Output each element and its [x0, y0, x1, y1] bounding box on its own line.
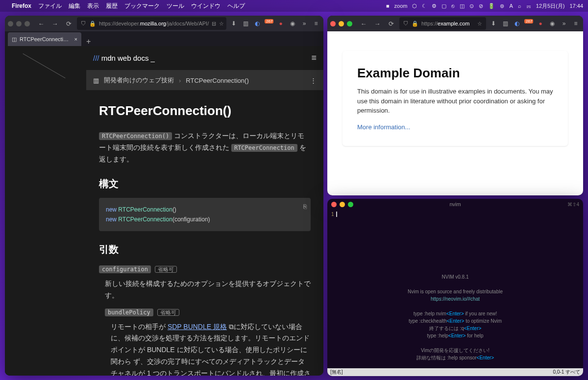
url-bar[interactable]: ⛉ 🔒 https://developer.mozilla.org/ja/doc… [77, 17, 226, 30]
back-button[interactable]: ← [36, 18, 47, 29]
window-controls[interactable] [8, 21, 30, 26]
chevron-icon[interactable]: » [300, 20, 309, 27]
tray-icon[interactable]: ☾ [422, 3, 427, 9]
status-position: 0,0-1 すべて [553, 369, 580, 376]
mdn-header: /// mdn web docs _ ≡ [86, 46, 323, 71]
breadcrumb-item[interactable]: RTCPeerConnection() [186, 77, 248, 84]
terminal-title: nvim [449, 201, 461, 207]
bookmark-icon[interactable]: ☆ [477, 21, 482, 27]
terminal-window: nvim ⌘⇧4 1 NVIM v0.8.1 Nvim is open sour… [327, 199, 583, 376]
param-name: configuration 省略可 [99, 263, 311, 275]
lock-icon: 🔒 [89, 21, 96, 27]
menu-icon[interactable]: ≡ [312, 20, 320, 27]
url-prefix: https:// [421, 21, 438, 26]
url-suffix: /ja/docs/Web/API/ [166, 21, 209, 26]
back-button[interactable]: ← [358, 18, 369, 29]
code-block: ⎘ new RTCPeerConnection() new RTCPeerCon… [99, 198, 311, 232]
menu-help[interactable]: ヘルプ [227, 2, 245, 10]
sdp-bundle-link[interactable]: SDP BUNDLE 規格 [168, 323, 227, 331]
browser-toolbar: ← → ⟳ ⛉ 🔒 https://developer.mozilla.org/… [5, 16, 323, 31]
menu-icon[interactable]: ≡ [571, 20, 580, 27]
ext-icon[interactable]: ◐ [513, 20, 521, 27]
zoom-label[interactable]: zoom [394, 3, 408, 9]
window-controls[interactable] [330, 21, 352, 26]
download-icon[interactable]: ⬇ [489, 20, 498, 27]
breadcrumb: ▥ 開発者向けのウェブ技術 › RTCPeerConnection() ⋮ [86, 71, 323, 90]
terminal-titlebar: nvim ⌘⇧4 [327, 199, 583, 210]
menu-bookmarks[interactable]: ブックマーク [124, 2, 160, 10]
tray-icon[interactable]: ⎋ [451, 3, 455, 9]
new-tab-button[interactable]: + [81, 37, 96, 46]
url-domain: mozilla.org [140, 21, 166, 26]
tray-icon[interactable]: ▢ [441, 3, 446, 9]
copy-icon[interactable]: ⎘ [303, 202, 307, 212]
param-desc: 新しい接続を構成するためのオプションを提供するオブジェクトです。 [105, 278, 311, 302]
ext-icon[interactable]: ◉ [288, 20, 297, 27]
url-domain: example.com [438, 21, 469, 26]
ext-badge: 267 [265, 19, 273, 24]
tray-icon[interactable]: ◫ [460, 3, 465, 9]
library-icon[interactable]: ▥ [241, 20, 250, 27]
forward-button[interactable]: → [372, 18, 383, 29]
browser-toolbar: ← → ⟳ ⛉ 🔒 https://example.com ☆ ⬇ ▥ ◐ 26… [327, 16, 583, 31]
param-name: bundlePolicy 省略可 [105, 307, 311, 318]
search-icon[interactable]: ⌕ [518, 3, 521, 9]
url-bar[interactable]: ⛉ 🔒 https://example.com ☆ [399, 17, 486, 30]
ext-badge: 267 [524, 19, 533, 24]
menu-view[interactable]: 表示 [87, 2, 99, 10]
terminal-body[interactable]: 1 NVIM v0.8.1 Nvim is open source and fr… [327, 210, 583, 367]
library-icon[interactable]: ▥ [501, 20, 510, 27]
ext-icon[interactable]: ◐ [253, 20, 262, 27]
ext-icon[interactable]: ● [536, 20, 545, 27]
param-desc: リモートの相手が SDP BUNDLE 規格 ⧉に対応していない場合に、候補の交… [111, 321, 311, 376]
tab-bar: ◫ RTCPeerConnection() - Web API × + [5, 31, 323, 46]
section-args: 引数 [99, 241, 311, 258]
breadcrumb-item[interactable]: 開発者向けのウェブ技術 [104, 76, 174, 85]
window-controls[interactable] [331, 202, 353, 207]
tab-title: RTCPeerConnection() - Web API [20, 36, 72, 42]
reader-icon[interactable]: ⊟ [212, 21, 216, 27]
more-info-link[interactable]: More information... [357, 123, 410, 131]
hamburger-icon[interactable]: ≡ [311, 53, 317, 63]
menu-window[interactable]: ウインドウ [191, 2, 220, 10]
bookmark-icon[interactable]: ☆ [219, 21, 224, 27]
line-number: 1 [331, 212, 334, 217]
menu-history[interactable]: 履歴 [106, 2, 118, 10]
download-icon[interactable]: ⬇ [229, 20, 238, 27]
sidebar-toggle-icon[interactable]: ▥ [93, 77, 99, 84]
battery-icon[interactable]: 🔋 [488, 3, 495, 9]
menu-file[interactable]: ファイル [38, 2, 62, 10]
page-content: Example Domain This domain is for use in… [327, 31, 583, 195]
forward-button[interactable]: → [49, 18, 60, 29]
browser-tab[interactable]: ◫ RTCPeerConnection() - Web API × [8, 32, 81, 46]
time[interactable]: 17:44 [569, 3, 583, 9]
ext-icon[interactable]: ◉ [548, 20, 557, 27]
mdn-logo[interactable]: /// mdn web docs _ [93, 54, 155, 62]
page-title: Example Domain [357, 66, 553, 81]
ext-icon[interactable]: ● [276, 20, 285, 27]
tray-icon[interactable]: ⊙ [469, 3, 474, 9]
menu-tools[interactable]: ツール [167, 2, 184, 10]
date[interactable]: 12月5日(月) [536, 2, 565, 10]
chevron-icon[interactable]: » [560, 20, 568, 27]
app-name[interactable]: Firefox [12, 2, 31, 9]
camera-icon[interactable]: ■ [386, 3, 390, 9]
firefox-window-example: ← → ⟳ ⛉ 🔒 https://example.com ☆ ⬇ ▥ ◐ 26… [327, 16, 583, 195]
tray-icon[interactable]: ⊘ [479, 3, 483, 9]
article: RTCPeerConnection() RTCPeerConnection() … [86, 90, 323, 376]
reload-button[interactable]: ⟳ [63, 18, 74, 29]
shield-icon: ⛉ [403, 21, 409, 26]
intro-paragraph: RTCPeerConnection() コンストラクターは、ローカル端末とリモー… [99, 130, 311, 165]
nvim-splash: NVIM v0.8.1 Nvim is open source and free… [327, 273, 583, 361]
menu-edit[interactable]: 編集 [69, 2, 80, 10]
wifi-icon[interactable]: ⊚ [500, 3, 504, 9]
lock-icon: 🔒 [412, 21, 418, 27]
close-tab-icon[interactable]: × [74, 36, 77, 42]
input-icon[interactable]: A [509, 3, 513, 9]
reload-button[interactable]: ⟳ [386, 18, 396, 29]
firefox-window-mdn: ← → ⟳ ⛉ 🔒 https://developer.mozilla.org/… [5, 16, 323, 376]
tray-icon[interactable]: ⚙ [432, 3, 437, 9]
more-icon[interactable]: ⋮ [310, 77, 317, 84]
tray-icon[interactable]: ⬡ [412, 3, 417, 9]
control-center-icon[interactable]: ⚎ [526, 3, 531, 9]
